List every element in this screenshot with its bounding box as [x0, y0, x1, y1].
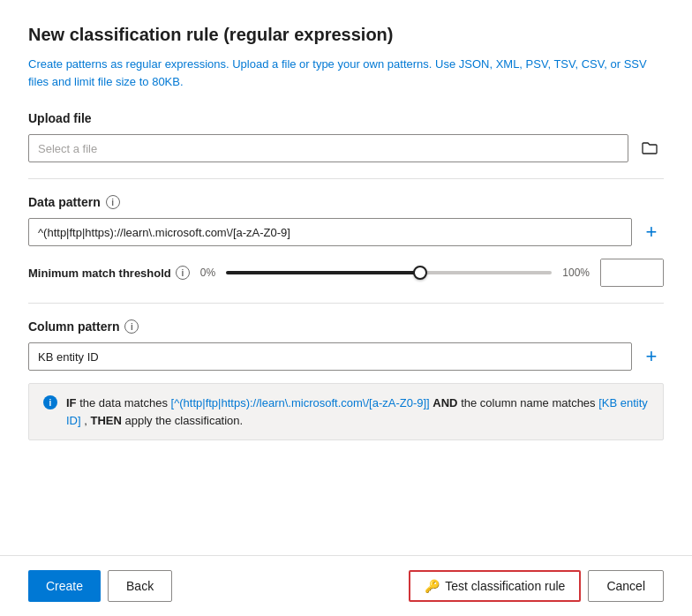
- threshold-spinner: ▲ ▼: [600, 259, 664, 287]
- threshold-row: Minimum match threshold i 0% 100% ▲ ▼: [28, 259, 664, 287]
- rule-summary-icon: i: [43, 395, 57, 409]
- threshold-value-input[interactable]: [601, 259, 664, 286]
- test-classification-rule-button[interactable]: 🔑 Test classification rule: [409, 570, 581, 602]
- upload-file-row: [28, 134, 664, 162]
- divider-2: [28, 303, 664, 304]
- data-pattern-label: Data pattern i: [28, 195, 664, 209]
- data-pattern-section: Data pattern i + Minimum match threshold…: [28, 195, 664, 287]
- column-pattern-section: Column pattern i + i IF the data matches…: [28, 319, 664, 440]
- browse-folder-button[interactable]: [636, 134, 664, 162]
- data-pattern-info-icon[interactable]: i: [106, 195, 120, 209]
- create-button[interactable]: Create: [28, 570, 101, 602]
- threshold-slider-container: [226, 271, 552, 274]
- test-button-label: Test classification rule: [445, 579, 565, 593]
- description-text: Create patterns as regular expressions. …: [28, 57, 647, 88]
- footer-right-actions: 🔑 Test classification rule Cancel: [409, 570, 664, 602]
- footer: Create Back 🔑 Test classification rule C…: [0, 555, 692, 616]
- column-pattern-row: +: [28, 342, 664, 371]
- threshold-slider[interactable]: [226, 271, 552, 274]
- then-keyword: THEN: [90, 414, 121, 427]
- and-keyword: AND: [432, 396, 457, 409]
- column-pattern-input[interactable]: [28, 342, 632, 371]
- upload-file-section: Upload file: [28, 111, 664, 162]
- data-pattern-highlight: [^(http|ftp|https)://learn\.microsoft.co…: [171, 396, 430, 409]
- column-pattern-add-button[interactable]: +: [639, 344, 664, 369]
- divider-1: [28, 178, 664, 179]
- test-icon: 🔑: [425, 579, 440, 593]
- threshold-info-icon[interactable]: i: [176, 266, 190, 280]
- data-pattern-add-button[interactable]: +: [639, 220, 664, 244]
- back-button[interactable]: Back: [108, 570, 172, 602]
- cancel-button[interactable]: Cancel: [588, 570, 664, 602]
- data-pattern-input[interactable]: [28, 218, 632, 246]
- threshold-max-label: 100%: [562, 267, 590, 279]
- data-pattern-row: +: [28, 218, 664, 246]
- if-keyword: IF: [66, 396, 77, 409]
- column-pattern-info-icon[interactable]: i: [124, 319, 139, 334]
- page-description: Create patterns as regular expressions. …: [28, 56, 664, 90]
- upload-file-label: Upload file: [28, 111, 664, 125]
- page-title: New classification rule (regular express…: [28, 25, 664, 45]
- rule-summary-text: IF the data matches [^(http|ftp|https):/…: [66, 394, 649, 429]
- upload-file-input[interactable]: [28, 134, 628, 162]
- threshold-min-label: 0%: [200, 267, 215, 279]
- footer-left-actions: Create Back: [28, 570, 172, 602]
- rule-summary-box: i IF the data matches [^(http|ftp|https)…: [28, 383, 664, 440]
- column-pattern-label: Column pattern i: [28, 319, 664, 334]
- threshold-label: Minimum match threshold i: [28, 266, 190, 280]
- folder-icon: [642, 141, 658, 155]
